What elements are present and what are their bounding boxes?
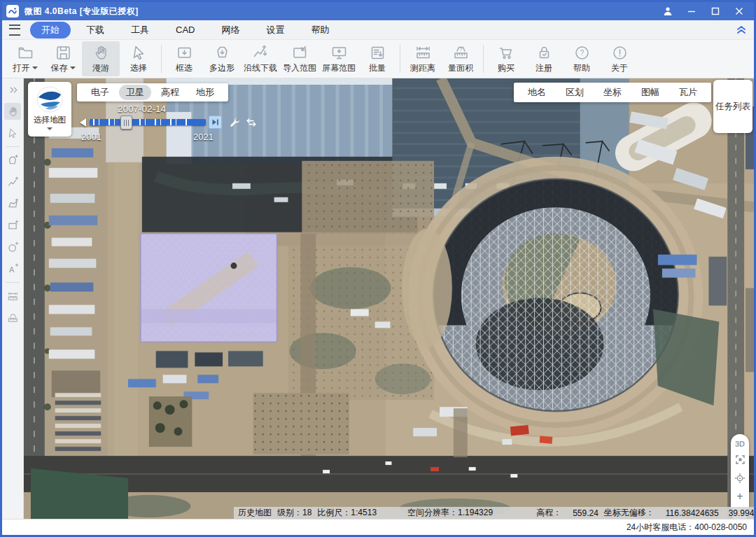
history-timeline: 2007-02-14 2001 2021 <box>80 104 269 147</box>
dropdown-caret-icon <box>32 67 38 69</box>
maximize-button[interactable] <box>705 4 726 19</box>
screen-extent-button[interactable]: 屏幕范围 <box>319 41 358 76</box>
zoom-in-button[interactable]: + <box>736 492 743 501</box>
sidebar-pan-tool[interactable] <box>4 103 21 120</box>
layer-tab-satellite[interactable]: 卫星 <box>119 85 151 100</box>
buy-button[interactable]: 购买 <box>487 41 525 76</box>
box-select-icon <box>176 44 193 62</box>
menu-bar: 开始 下载 工具 CAD 网络 设置 帮助 <box>2 20 754 40</box>
menu-item-start[interactable]: 开始 <box>30 22 71 39</box>
sidebar-divider <box>6 282 20 283</box>
minimize-button[interactable] <box>681 4 702 19</box>
polygon-download-button[interactable]: 多边形 <box>203 41 241 76</box>
status-scale: 比例尺：1:4513 <box>317 507 377 519</box>
save-button[interactable]: 保存 <box>44 41 82 76</box>
toggle-mapsheet[interactable]: 图幅 <box>631 85 669 100</box>
map-viewport[interactable]: 选择地图 电子 卫星 高程 地形 2007-02-14 2001 20 <box>24 78 754 519</box>
pan-tool-button[interactable]: 漫游 <box>82 41 120 76</box>
menu-item-cad[interactable]: CAD <box>164 22 206 37</box>
toggle-tiles[interactable]: 瓦片 <box>669 85 707 100</box>
fullscreen-icon[interactable] <box>736 454 745 467</box>
sidebar-divider <box>6 146 20 147</box>
task-list-label: 任务列表 <box>715 101 750 113</box>
app-footer: 24小时客服电话：400-028-0050 <box>2 519 754 535</box>
status-elevation-label: 高程： <box>536 507 561 519</box>
app-window: 微图 4.0Beta [专业版已授权] 开始 下载 工具 CAD 网络 设置 帮… <box>0 0 756 537</box>
timeline-settings-wrench-icon[interactable] <box>230 117 240 130</box>
toggle-placenames[interactable]: 地名 <box>518 85 556 100</box>
title-bar: 微图 4.0Beta [专业版已授权] <box>2 2 754 20</box>
app-logo-icon <box>6 5 19 18</box>
select-tool-button[interactable]: 选择 <box>120 41 158 76</box>
task-list-panel[interactable]: 任务列表 <box>713 80 752 133</box>
about-button[interactable]: 关于 <box>601 41 638 76</box>
measure-distance-icon <box>414 44 432 62</box>
sidebar-expand-icon[interactable] <box>5 81 22 98</box>
timeline-next-icon[interactable] <box>209 116 222 129</box>
map-status-bar: 历史地图 级别：18 比例尺：1:4513 空间分辨率：1.194329 高程：… <box>234 507 754 519</box>
info-icon <box>611 44 629 62</box>
import-extent-button[interactable]: 导入范围 <box>280 41 319 76</box>
menu-item-settings[interactable]: 设置 <box>255 22 295 39</box>
overlay-toggle-bar: 地名 区划 坐标 图幅 瓦片 <box>514 83 711 102</box>
sidebar-add-text-tool[interactable]: A <box>4 260 21 277</box>
left-tool-sidebar: A <box>2 78 24 519</box>
timeline-start-year: 2001 <box>81 132 102 142</box>
menu-item-download[interactable]: 下载 <box>75 22 115 39</box>
layer-type-tabs: 电子 卫星 高程 地形 <box>77 83 228 102</box>
cart-icon <box>498 44 515 62</box>
user-account-icon[interactable] <box>657 4 678 19</box>
toggle-districts[interactable]: 区划 <box>556 85 594 100</box>
sidebar-draw-polygon-tool[interactable] <box>4 152 21 169</box>
toolbar-separator <box>483 45 484 73</box>
toggle-coordinates[interactable]: 坐标 <box>594 85 631 100</box>
sidebar-measure-distance-tool[interactable] <box>4 288 21 305</box>
sidebar-select-tool[interactable] <box>4 125 21 141</box>
timeline-compare-arrows-icon[interactable] <box>246 118 256 129</box>
polyline-download-icon <box>252 44 270 62</box>
timeline-thumb[interactable] <box>120 116 132 130</box>
layer-tab-elevation[interactable]: 高程 <box>154 85 186 100</box>
locate-target-icon[interactable] <box>735 473 745 486</box>
svg-text:A: A <box>9 265 15 273</box>
timeline-track[interactable] <box>90 119 206 125</box>
sidebar-draw-circle-tool[interactable] <box>4 239 21 256</box>
hand-icon <box>92 44 110 62</box>
toolbar-separator <box>161 45 162 73</box>
status-zoom-level: 级别：18 <box>277 507 312 519</box>
register-button[interactable]: 注册 <box>525 41 563 76</box>
timeline-prev-icon[interactable] <box>80 118 86 127</box>
collapse-ribbon-icon[interactable] <box>736 24 747 36</box>
service-phone: 24小时客服电话：400-028-0050 <box>626 522 747 533</box>
sidebar-draw-rect-tool[interactable] <box>4 217 21 234</box>
folder-icon <box>17 44 34 62</box>
menu-item-tools[interactable]: 工具 <box>120 22 160 39</box>
layer-tab-vector[interactable]: 电子 <box>84 85 116 100</box>
lock-icon <box>536 44 553 62</box>
help-button[interactable]: ? 帮助 <box>563 41 601 76</box>
mode-3d-button[interactable]: 3D <box>735 440 745 448</box>
menu-item-help[interactable]: 帮助 <box>300 22 340 39</box>
polyline-download-button[interactable]: 沿线下载 <box>241 41 280 76</box>
sidebar-draw-polyline-tool[interactable] <box>4 174 21 190</box>
svg-text:?: ? <box>459 46 462 51</box>
open-button[interactable]: 打开 <box>6 41 44 76</box>
batch-icon <box>369 44 386 62</box>
measure-distance-button[interactable]: 测距离 <box>404 41 442 76</box>
measure-area-button[interactable]: ? 量面积 <box>442 41 479 76</box>
timeline-end-year: 2021 <box>193 132 214 142</box>
batch-button[interactable]: 批量 <box>358 41 396 76</box>
sidebar-draw-area-tool[interactable] <box>4 195 21 212</box>
map-picker-label: 选择地图 <box>34 115 66 125</box>
layer-tab-terrain[interactable]: 地形 <box>189 85 221 100</box>
sidebar-measure-area-tool[interactable] <box>4 309 21 326</box>
cursor-icon <box>130 44 148 62</box>
svg-text:?: ? <box>580 49 584 57</box>
box-select-button[interactable]: 框选 <box>165 41 203 76</box>
close-button[interactable] <box>729 4 750 19</box>
status-resolution: 空间分辨率：1.194329 <box>407 507 493 519</box>
status-coord-label: 坐标无偏移： <box>604 507 654 519</box>
menu-item-network[interactable]: 网络 <box>210 22 251 39</box>
hamburger-menu-icon[interactable] <box>9 25 20 36</box>
map-picker-panel[interactable]: 选择地图 <box>28 82 71 137</box>
